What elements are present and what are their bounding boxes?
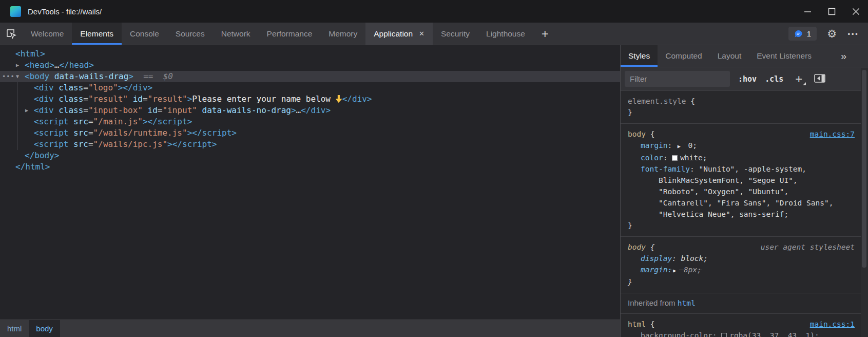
element-class-button[interactable]: .cls (765, 74, 783, 84)
css-row[interactable]: color: white; (621, 152, 868, 163)
more-options-button[interactable] (847, 27, 859, 41)
tab-application[interactable]: Application (365, 23, 433, 45)
code-line[interactable]: <html> (0, 48, 620, 60)
settings-button[interactable] (827, 28, 837, 40)
more-tabs-button[interactable] (841, 45, 846, 67)
new-tab-button[interactable] (533, 23, 557, 45)
dom-tree: <html>▶<head>…</head>•••▼<body data-wail… (0, 45, 620, 173)
tab-security[interactable]: Security (433, 23, 478, 45)
code-token: <head> (25, 60, 54, 70)
tab-label: Welcome (31, 29, 64, 39)
css-row[interactable]: main.css:7body { (621, 128, 868, 140)
tab-label: Event Listeners (757, 51, 812, 61)
css-row[interactable]: font-family: "Nunito", -apple-system, (621, 163, 868, 175)
color-swatch[interactable] (721, 333, 727, 337)
css-row[interactable]: BlinkMacSystemFont, "Segoe UI", (621, 175, 868, 186)
tab-label: Styles (628, 51, 650, 61)
code-token: <div (34, 105, 54, 115)
css-token: margin (641, 266, 667, 274)
css-row[interactable]: display: block; (621, 253, 868, 264)
tab-performance[interactable]: Performance (259, 23, 321, 45)
code-line[interactable]: ▶<head>…</head> (0, 60, 620, 71)
code-token: class (54, 94, 84, 104)
minimize-button[interactable] (796, 0, 820, 23)
color-swatch[interactable] (672, 155, 678, 161)
breadcrumb-item-html[interactable]: html (0, 320, 29, 337)
tab-styles[interactable]: Styles (621, 45, 658, 67)
tab-computed[interactable]: Computed (658, 45, 710, 67)
tab-label: Computed (665, 51, 702, 61)
code-line[interactable]: </html> (0, 161, 620, 173)
collapse-arrow-icon[interactable]: ▼ (16, 71, 19, 82)
styles-scrollbar[interactable] (861, 68, 868, 337)
tab-network[interactable]: Network (213, 23, 259, 45)
inspect-element-button[interactable] (0, 23, 23, 45)
code-line[interactable]: ▶<div class="input-box" id="input" data-… (0, 105, 620, 116)
css-row[interactable]: main.css:1html { (621, 319, 868, 330)
toggle-sidebar-icon (814, 74, 825, 83)
node-menu-icon[interactable]: ••• (2, 71, 15, 82)
stylesheet-link[interactable]: main.css:1 (810, 319, 855, 330)
styles-sidebar: StylesComputedLayoutEvent Listeners :hov… (620, 45, 868, 337)
css-row[interactable]: } (621, 276, 868, 288)
styles-filter-input[interactable] (625, 71, 730, 87)
style-section: element.style {} (621, 91, 868, 124)
code-line[interactable]: <script src="/wails/ipc.js"></script> (0, 139, 620, 150)
code-line[interactable]: •••▼<body data-wails-drag> == $0 (0, 71, 620, 82)
style-section: main.css:7body {margin: ▶ 0;color: white… (621, 124, 868, 237)
toggle-sidebar-button[interactable] (814, 74, 825, 84)
css-row[interactable]: margin: ▶ 0; (621, 140, 868, 152)
inspect-cursor-icon (5, 28, 17, 40)
tab-elements[interactable]: Elements (72, 23, 122, 45)
tab-sources[interactable]: Sources (167, 23, 213, 45)
tab-memory[interactable]: Memory (320, 23, 365, 45)
feedback-badge[interactable]: 1 (788, 27, 817, 41)
css-row[interactable]: background-color: rgba(33, 37, 43, 1); (621, 330, 868, 337)
styles-scrollbar-thumb[interactable] (862, 70, 866, 268)
tab-welcome[interactable]: Welcome (23, 23, 72, 45)
css-token: } (628, 221, 632, 230)
css-row[interactable]: element.style { (621, 96, 868, 107)
tab-label: Sources (176, 29, 205, 39)
css-token: : (667, 266, 672, 274)
tab-lighthouse[interactable]: Lighthouse (478, 23, 533, 45)
tab-layout[interactable]: Layout (710, 45, 749, 67)
css-row[interactable]: "Helvetica Neue", sans-serif; (621, 209, 868, 220)
code-line[interactable]: </body> (0, 150, 620, 161)
expand-arrow-icon[interactable]: ▶ (678, 143, 681, 149)
stylesheet-origin-label: user agent stylesheet (761, 241, 855, 253)
new-style-rule-button[interactable] (792, 72, 806, 86)
code-token: "/wails/ipc.js" (93, 139, 168, 149)
css-row[interactable]: } (621, 220, 868, 231)
css-token: "Nunito", -apple-system, (699, 165, 807, 173)
maximize-button[interactable] (820, 0, 844, 23)
css-token: 0; (684, 141, 697, 149)
close-button[interactable] (844, 0, 868, 23)
code-token: <script (34, 139, 68, 149)
css-row[interactable]: user agent stylesheetbody { (621, 241, 868, 253)
css-row[interactable]: margin:▶ 8px; (621, 264, 868, 276)
breadcrumb: htmlbody (0, 320, 620, 337)
css-row[interactable]: "Cantarell", "Fira Sans", "Droid Sans", (621, 197, 868, 209)
sidebar-tabs: StylesComputedLayoutEvent Listeners (621, 45, 868, 67)
expand-arrow-icon[interactable]: ▶ (673, 268, 676, 273)
css-token: white; (680, 154, 707, 162)
css-row[interactable]: } (621, 107, 868, 118)
css-row[interactable]: Inherited from html (621, 297, 868, 309)
css-token: { (646, 320, 654, 328)
tab-console[interactable]: Console (122, 23, 167, 45)
tab-event-listeners[interactable]: Event Listeners (749, 45, 819, 67)
code-line[interactable]: <div class="result" id="result">Please e… (0, 93, 620, 105)
css-row[interactable]: "Roboto", "Oxygen", "Ubuntu", (621, 186, 868, 197)
css-token: body (628, 130, 646, 138)
code-line[interactable]: <script src="/wails/runtime.js"></script… (0, 127, 620, 139)
expand-arrow-icon[interactable]: ▶ (16, 60, 19, 71)
breadcrumb-item-body[interactable]: body (29, 320, 60, 337)
code-line[interactable]: <div class="logo"></div> (0, 82, 620, 93)
close-tab-icon[interactable] (419, 30, 425, 38)
stylesheet-link[interactable]: main.css:7 (810, 128, 855, 140)
expand-arrow-icon[interactable]: ▶ (25, 105, 28, 116)
code-token: "/main.js" (93, 117, 143, 126)
pseudo-state-button[interactable]: :hov (738, 74, 757, 84)
code-line[interactable]: <script src="/main.js"></script> (0, 116, 620, 127)
